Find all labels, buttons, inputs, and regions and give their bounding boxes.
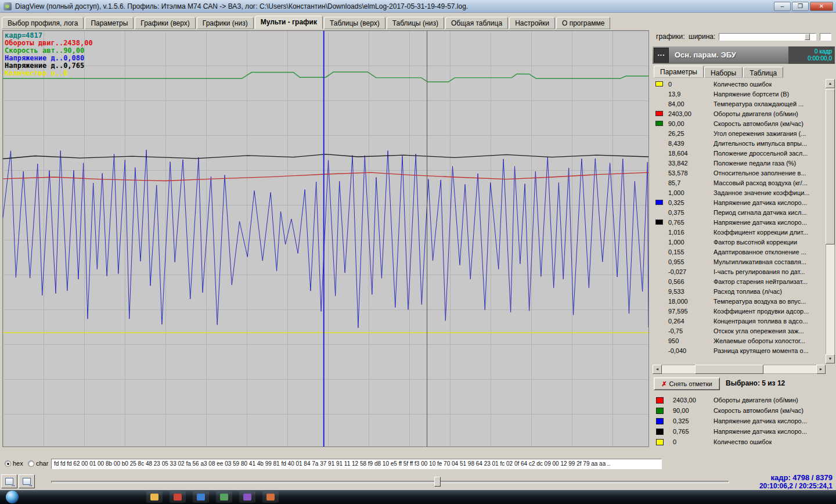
- hex-radio-dot[interactable]: [5, 460, 11, 467]
- scroll-right-icon[interactable]: ►: [816, 365, 826, 374]
- char-radio[interactable]: char: [28, 460, 48, 467]
- frame-slider-thumb[interactable]: [434, 477, 441, 487]
- parameter-row[interactable]: 84,00Температура охлаждающей ...: [653, 99, 826, 109]
- panel-tab-2[interactable]: Наборы: [704, 67, 743, 78]
- param-label: Концентрация топлива в адсо...: [714, 318, 808, 325]
- app-glyph-icon: [150, 494, 158, 501]
- width-slider-thumb[interactable]: [805, 34, 810, 40]
- panel-menu-button[interactable]: ...: [654, 48, 669, 63]
- vertical-scrollbar[interactable]: ▲ ▼: [826, 79, 835, 363]
- main-tab-5[interactable]: Мульти - график: [255, 16, 323, 29]
- width-value-box[interactable]: [820, 33, 831, 41]
- scroll-up-icon[interactable]: ▲: [826, 79, 835, 88]
- parameter-row[interactable]: 0,765Напряжение датчика кислоро...: [653, 217, 826, 227]
- frame-position-slider[interactable]: [51, 477, 729, 487]
- main-tab-9[interactable]: Настройки: [509, 17, 555, 29]
- chart-canvas: [3, 31, 648, 447]
- export-table-button[interactable]: [1, 474, 17, 488]
- main-tab-2[interactable]: Параметры: [85, 17, 134, 29]
- color-swatch: [656, 397, 664, 404]
- color-swatch: [655, 190, 663, 195]
- color-swatch: [655, 121, 663, 126]
- scroll-left-icon[interactable]: ◄: [653, 365, 662, 374]
- selected-parameter-row[interactable]: 0Количество ошибок: [653, 437, 835, 447]
- color-swatch: [655, 131, 663, 136]
- parameter-row[interactable]: 2403,00Обороты двигателя (об/мин): [653, 109, 826, 118]
- main-tab-3[interactable]: Графики (верх): [135, 17, 195, 29]
- title-bar[interactable]: DiagView (полный доступ), v.1.5.6. Профи…: [0, 0, 836, 13]
- main-tab-10[interactable]: О программе: [556, 17, 610, 29]
- parameter-row[interactable]: 0,955Мультипликативная составля...: [653, 257, 826, 267]
- parameter-row[interactable]: 33,842Положение педали газа (%): [653, 158, 826, 168]
- parameter-row[interactable]: 1,000Заданное значение коэффици...: [653, 188, 826, 197]
- char-radio-dot[interactable]: [28, 460, 34, 467]
- parameter-row[interactable]: -0,75Отскок угла опережения заж...: [653, 326, 826, 336]
- parameter-row[interactable]: 97,595Коэффициент продувки адсор...: [653, 306, 826, 316]
- parameter-row[interactable]: 1,016Коэффициент коррекции длит...: [653, 227, 826, 237]
- multi-graph-chart[interactable]: кадр=4817Обороты двиг..2438,00Скорость а…: [2, 30, 649, 447]
- horizontal-scroll-thumb[interactable]: [695, 365, 763, 374]
- frame-slider-track[interactable]: [51, 481, 729, 483]
- selected-parameter-row[interactable]: 90,00Скорость автомобиля (км/час): [653, 405, 835, 416]
- taskbar-app-icon[interactable]: [239, 491, 255, 503]
- panel-tab-3[interactable]: Таблица: [743, 67, 783, 78]
- panel-tab-1[interactable]: Параметры: [654, 66, 704, 78]
- parameter-row[interactable]: 0,325Напряжение датчика кислоро...: [653, 197, 826, 207]
- minimize-button[interactable]: –: [774, 2, 791, 11]
- parameter-row[interactable]: 9,533Расход топлива (л/час): [653, 286, 826, 296]
- taskbar-app-icon[interactable]: [216, 491, 232, 503]
- selected-parameter-row[interactable]: 0,765Напряжение датчика кислоро...: [653, 426, 835, 437]
- horizontal-scrollbar[interactable]: ◄ ►: [653, 365, 826, 374]
- width-label: ширина:: [689, 33, 715, 41]
- selected-parameter-row[interactable]: 0,325Напряжение датчика кислоро...: [653, 416, 835, 426]
- main-tab-6[interactable]: Таблицы (верх): [324, 17, 385, 29]
- taskbar-app-icon[interactable]: [262, 491, 279, 503]
- taskbar-app-icon[interactable]: [170, 491, 186, 503]
- param-label: Обороты двигателя (об/мин): [714, 397, 798, 404]
- parameter-row[interactable]: 18,604Положение дроссельной засл...: [653, 148, 826, 158]
- export-log-button[interactable]: [19, 474, 35, 488]
- param-label: Скорость автомобиля (км/час): [714, 407, 803, 414]
- windows-taskbar[interactable]: [0, 490, 836, 504]
- parameter-row[interactable]: 0,566Фактор старения нейтрализат...: [653, 276, 826, 286]
- selected-parameter-row[interactable]: 2403,00Обороты двигателя (об/мин): [653, 395, 835, 405]
- parameter-row[interactable]: 8,439Длительность импульса впры...: [653, 138, 826, 148]
- parameter-row[interactable]: 26,25Угол опережения зажигания (...: [653, 128, 826, 138]
- parameter-row[interactable]: 0,155Адаптированное отклонение ...: [653, 247, 826, 257]
- hex-radio[interactable]: hex: [5, 460, 23, 467]
- parameter-row[interactable]: 950Желаемые обороты холостог...: [653, 336, 826, 345]
- parameter-row[interactable]: 0,375Период сигнала датчика кисл...: [653, 207, 826, 217]
- parameter-row[interactable]: 1,000Фактор высотной коррекции: [653, 237, 826, 247]
- taskbar-app-icon[interactable]: [146, 491, 163, 503]
- selected-count-label: Выбрано: 5 из 12: [726, 379, 785, 387]
- color-swatch: [655, 348, 663, 353]
- parameter-row[interactable]: 90,00Скорость автомобиля (км/час): [653, 118, 826, 128]
- color-swatch: [656, 418, 664, 424]
- param-label: Желаемые обороты холостог...: [714, 337, 805, 344]
- main-tab-7[interactable]: Таблицы (низ): [387, 17, 444, 29]
- clear-marks-button[interactable]: ✗Снять отметки: [654, 377, 720, 390]
- hex-radio-label: hex: [13, 460, 23, 467]
- main-tab-8[interactable]: Общая таблица: [445, 17, 508, 29]
- parameter-row[interactable]: -0,027I-часть регулирования по дат...: [653, 267, 826, 276]
- close-button[interactable]: ✕: [810, 2, 833, 11]
- color-swatch: [655, 111, 663, 116]
- scroll-down-icon[interactable]: ▼: [826, 354, 835, 363]
- parameter-row[interactable]: -0,040Разница крутящего момента о...: [653, 345, 826, 355]
- maximize-button[interactable]: ❐: [792, 2, 809, 11]
- taskbar-app-icon[interactable]: [193, 491, 209, 503]
- window-controls: – ❐ ✕: [774, 2, 833, 11]
- main-tab-1[interactable]: Выбор профиля, лога: [2, 17, 84, 29]
- vertical-scroll-thumb[interactable]: [826, 89, 835, 244]
- hex-data-field[interactable]: fd fd fd 62 00 01 00 8b 00 b0 25 8c 48 2…: [51, 459, 662, 469]
- parameter-row[interactable]: 85,7Массовый расход воздуха (кг/...: [653, 178, 826, 188]
- parameter-row[interactable]: 13,9Напряжение бортсети (В): [653, 89, 826, 99]
- main-tab-4[interactable]: Графики (низ): [197, 17, 254, 29]
- start-button[interactable]: [6, 491, 19, 503]
- series-oxygen-voltage: [3, 150, 648, 327]
- width-slider[interactable]: [719, 33, 816, 41]
- parameter-row[interactable]: 18,000Температура воздуха во впус...: [653, 296, 826, 306]
- parameter-row[interactable]: 53,578Относительное заполнение в...: [653, 168, 826, 178]
- parameter-row[interactable]: 0,264Концентрация топлива в адсо...: [653, 316, 826, 326]
- parameter-row[interactable]: 0Количество ошибок: [653, 79, 826, 89]
